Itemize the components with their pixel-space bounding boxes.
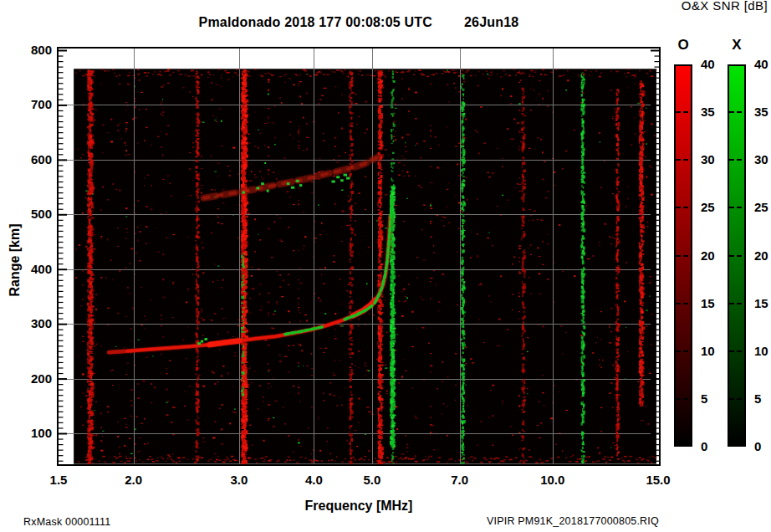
colorbar-tick-label: 40 [754, 57, 771, 71]
colorbar-header-x: X [728, 37, 746, 54]
colorbar-tick-label: 30 [754, 152, 771, 166]
colorbar-tick-label: 0 [754, 439, 771, 453]
colorbar-tick-label: 20 [754, 248, 771, 263]
colorbar-tick-label: 15 [701, 296, 728, 310]
footer-filename: VIPIR PM91K_2018177000805.RIQ [487, 515, 659, 527]
y-tick-label: 800 [13, 43, 52, 57]
x-tick-label: 5.0 [363, 473, 380, 487]
colorbar-tick-dash [676, 159, 681, 161]
x-tick-label: 3.0 [230, 473, 248, 487]
colorbar-tick-dash [737, 111, 742, 113]
colorbar-tick-label: 15 [754, 296, 771, 310]
colorbar-tick-dash [737, 398, 742, 400]
colorbar-tick-dash [683, 350, 688, 352]
ionogram-page: { "header": { "title": "Pmaldonado 2018 … [0, 0, 771, 532]
colorbar-tick-dash [729, 255, 734, 257]
colorbar-tick-label: 25 [754, 200, 771, 214]
colorbar-tick-label: 35 [701, 105, 728, 119]
colorbar-tick-label: 20 [701, 248, 728, 263]
colorbar-tick-label: 40 [701, 57, 728, 71]
colorbar-tick-dash [729, 111, 734, 113]
x-axis-label: Frequency [MHz] [57, 499, 661, 514]
y-tick-label: 300 [13, 316, 52, 330]
y-tick-label: 600 [13, 152, 52, 166]
colorbar-tick-dash [729, 207, 734, 208]
x-tick-label: 1.5 [50, 473, 68, 487]
colorbar-tick-dash [737, 303, 742, 304]
x-tick-label: 15.0 [646, 473, 670, 487]
colorbar-tick-dash [737, 255, 742, 257]
colorbar-tick-label: 30 [701, 152, 728, 166]
colorbar-tick-dash [683, 255, 688, 257]
colorbar-tick-label: 0 [701, 439, 728, 453]
colorbar-tick-dash [683, 111, 688, 113]
ionogram-canvas [57, 47, 661, 466]
colorbar-tick-dash [737, 350, 742, 352]
colorbar-tick-dash [676, 207, 681, 208]
snr-colorbar-title: O&X SNR [dB] [682, 0, 768, 13]
x-tick-label: 2.0 [125, 473, 142, 487]
colorbar-tick-dash [729, 350, 734, 352]
y-tick-label: 700 [13, 97, 52, 111]
colorbar-tick-label: 5 [701, 391, 728, 406]
y-tick-label: 100 [13, 426, 52, 440]
colorbar-tick-label: 10 [701, 344, 728, 358]
plot-title: Pmaldonado 2018 177 00:08:05 UTC [199, 15, 432, 30]
plot-title-row: Pmaldonado 2018 177 00:08:05 UTC 26Jun18 [57, 15, 661, 30]
x-tick-label: 7.0 [451, 473, 468, 487]
x-tick-label: 4.0 [305, 473, 323, 487]
colorbar-tick-dash [676, 303, 681, 304]
colorbar-header-o: O [674, 37, 692, 54]
colorbar-tick-dash [729, 303, 734, 304]
colorbar-tick-dash [676, 111, 681, 113]
colorbar-tick-dash [737, 159, 742, 161]
plot-date: 26Jun18 [464, 15, 518, 30]
colorbar-tick-label: 25 [701, 200, 728, 214]
footer-rxmask: RxMask 00001111 [23, 516, 110, 528]
colorbar-tick-dash [729, 159, 734, 161]
colorbar-tick-dash [683, 207, 688, 208]
y-tick-label: 500 [13, 207, 52, 221]
y-tick-label: 400 [13, 262, 52, 276]
colorbar-tick-dash [737, 207, 742, 208]
colorbar-tick-dash [683, 398, 688, 400]
colorbar-tick-dash [683, 159, 688, 161]
colorbar-tick-dash [676, 255, 681, 257]
x-tick-label: 10.0 [540, 473, 564, 487]
colorbar-tick-dash [676, 350, 681, 352]
y-tick-label: 200 [13, 371, 52, 386]
colorbar-tick-label: 10 [754, 344, 771, 358]
colorbar-tick-dash [676, 398, 681, 400]
colorbar-tick-dash [683, 303, 688, 304]
colorbar-tick-label: 5 [754, 391, 771, 406]
colorbar-tick-label: 35 [754, 105, 771, 119]
colorbar-tick-dash [729, 398, 734, 400]
